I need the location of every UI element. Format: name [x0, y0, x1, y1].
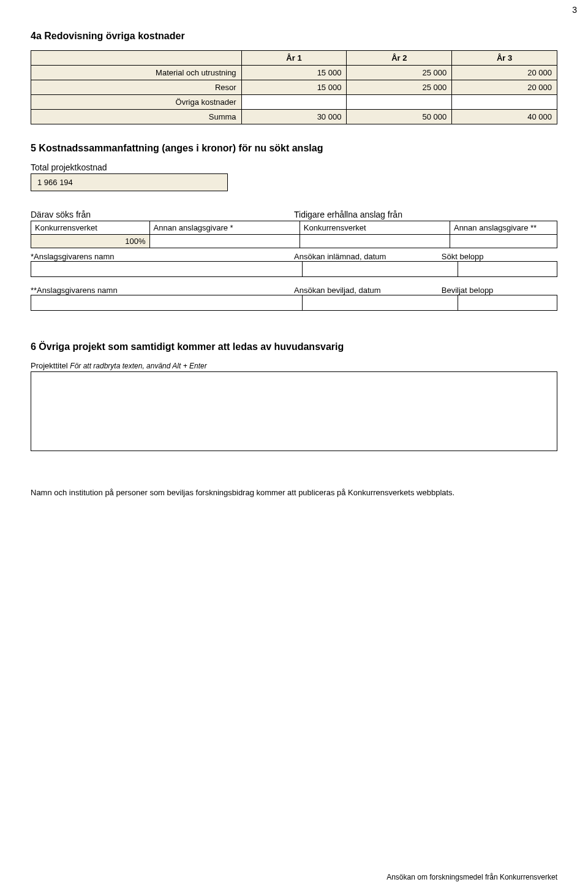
star2-label: **Anslagsgivarens namn	[31, 286, 294, 295]
alloc-value	[450, 235, 557, 248]
row-label: Material och utrustning	[31, 66, 242, 80]
cell: 50 000	[347, 110, 452, 124]
cell: 25 000	[347, 66, 452, 80]
star2-value	[31, 295, 303, 311]
cell: 20 000	[452, 66, 557, 80]
cell: 15 000	[241, 66, 347, 80]
table-sum-row: Summa 30 000 50 000 40 000	[31, 110, 557, 124]
table-header-blank	[31, 51, 242, 66]
allocation-value-row: 100%	[31, 235, 557, 248]
total-cost-value: 1 966 194	[31, 173, 228, 191]
alloc-header: Annan anslagsgivare **	[450, 221, 557, 235]
cell: 25 000	[347, 80, 452, 95]
cell: 20 000	[452, 80, 557, 95]
star2-value	[458, 295, 557, 311]
star1-value	[31, 261, 303, 277]
cell: 30 000	[241, 110, 347, 124]
star1-value	[303, 261, 458, 277]
section-6-help: Projekttitel För att radbryta texten, an…	[31, 361, 557, 370]
section-5-title: 5 Kostnadssammanfattning (anges i kronor…	[31, 143, 557, 154]
table-header-year3: År 3	[452, 51, 557, 66]
table-header-year1: År 1	[241, 51, 347, 66]
cost-table: År 1 År 2 År 3 Material och utrustning 1…	[31, 50, 557, 124]
star1-label: Ansökan inlämnad, datum	[294, 252, 442, 261]
section-6-help-italic: För att radbryta texten, använd Alt + En…	[70, 362, 206, 370]
table-row: Material och utrustning 15 000 25 000 20…	[31, 66, 557, 80]
total-cost-label: Total projektkostnad	[31, 162, 557, 172]
table-row: Övriga kostnader	[31, 95, 557, 110]
table-header-year2: År 2	[347, 51, 452, 66]
alloc-header: Annan anslagsgivare *	[150, 221, 300, 235]
page-number: 3	[572, 5, 577, 15]
cell: 15 000	[241, 80, 347, 95]
cell	[347, 95, 452, 110]
publication-note: Namn och institution på personer som bev…	[31, 488, 496, 497]
star2-row	[31, 295, 557, 311]
alloc-header: Konkurrensverket	[31, 221, 150, 235]
darav-label: Därav söks från	[31, 210, 294, 219]
star2-value	[303, 295, 458, 311]
alloc-header: Konkurrensverket	[300, 221, 450, 235]
allocation-header-row: Konkurrensverket Annan anslagsgivare * K…	[31, 221, 557, 235]
table-row: Resor 15 000 25 000 20 000	[31, 80, 557, 95]
alloc-value	[150, 235, 300, 248]
section-6-textbox[interactable]	[31, 371, 557, 451]
alloc-value: 100%	[31, 235, 150, 248]
footer-text: Ansökan om forskningsmedel från Konkurre…	[386, 873, 557, 881]
star1-label: Sökt belopp	[442, 252, 557, 261]
section-4a-title: 4a Redovisning övriga kostnader	[31, 31, 557, 42]
page: 3 4a Redovisning övriga kostnader År 1 Å…	[0, 0, 588, 890]
section-6-title: 6 Övriga projekt som samtidigt kommer at…	[31, 341, 557, 352]
cell: 40 000	[452, 110, 557, 124]
section-6-help-label: Projekttitel	[31, 361, 68, 370]
row-label: Övriga kostnader	[31, 95, 242, 110]
tidigare-label: Tidigare erhållna anslag från	[294, 210, 557, 219]
star1-label: *Anslagsgivarens namn	[31, 252, 294, 261]
row-label: Summa	[31, 110, 242, 124]
star1-value	[458, 261, 557, 277]
row-label: Resor	[31, 80, 242, 95]
star2-label: Ansökan beviljad, datum	[294, 286, 442, 295]
cell	[452, 95, 557, 110]
star2-label: Beviljat belopp	[442, 286, 557, 295]
alloc-value	[300, 235, 450, 248]
star1-row	[31, 261, 557, 277]
cell	[241, 95, 347, 110]
